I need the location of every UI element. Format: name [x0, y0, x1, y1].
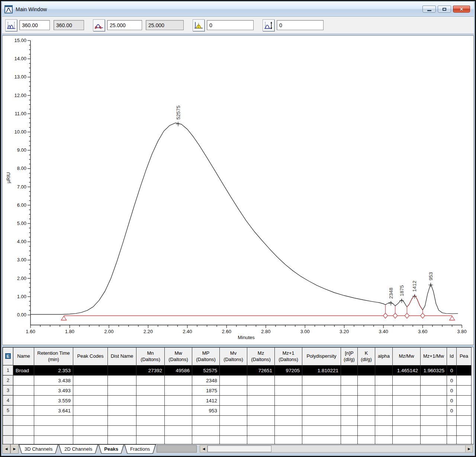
- table-cell[interactable]: [358, 386, 375, 396]
- table-cell[interactable]: [136, 386, 165, 396]
- table-cell[interactable]: [73, 406, 108, 416]
- scroll-right-icon[interactable]: ▶: [465, 445, 473, 452]
- close-button[interactable]: ✕: [453, 6, 470, 13]
- table-cell[interactable]: [457, 406, 472, 416]
- column-header[interactable]: Polydispersity: [302, 348, 341, 366]
- table-cell[interactable]: [421, 396, 447, 406]
- table-cell[interactable]: [447, 436, 457, 444]
- row-header[interactable]: 4: [3, 396, 13, 406]
- table-cell[interactable]: [108, 406, 136, 416]
- table-cell[interactable]: [247, 376, 275, 386]
- table-row[interactable]: 33.49318750: [3, 386, 472, 396]
- column-header[interactable]: Retention Time(min): [34, 348, 73, 366]
- peak-area-button[interactable]: [193, 19, 205, 31]
- table-cell[interactable]: [73, 366, 108, 376]
- table-cell[interactable]: [393, 436, 421, 444]
- table-cell[interactable]: [341, 386, 358, 396]
- table-cell[interactable]: [247, 386, 275, 396]
- table-row[interactable]: 43.55914120: [3, 396, 472, 406]
- row-header[interactable]: 1: [3, 366, 13, 376]
- peak-boundaries-button[interactable]: [93, 19, 105, 31]
- table-cell[interactable]: [13, 406, 34, 416]
- table-cell[interactable]: [136, 436, 165, 444]
- table-cell[interactable]: [108, 436, 136, 444]
- table-cell[interactable]: [393, 386, 421, 396]
- column-header[interactable]: alpha: [375, 348, 393, 366]
- table-cell[interactable]: [165, 406, 192, 416]
- table-cell[interactable]: 0: [447, 396, 457, 406]
- scroll-left-icon[interactable]: ◀: [200, 445, 208, 452]
- maximize-button[interactable]: [438, 6, 451, 13]
- table-cell[interactable]: [165, 416, 192, 426]
- table-cell[interactable]: [358, 436, 375, 444]
- table-cell[interactable]: [13, 376, 34, 386]
- table-cell[interactable]: [302, 386, 341, 396]
- table-cell[interactable]: [136, 376, 165, 386]
- table-cell[interactable]: [302, 436, 341, 444]
- table-cell[interactable]: [358, 376, 375, 386]
- table-corner-cell[interactable]: E: [3, 348, 13, 366]
- table-cell[interactable]: Broad: [13, 366, 34, 376]
- column-header[interactable]: Mz+1/Mw: [421, 348, 447, 366]
- table-cell[interactable]: [275, 416, 302, 426]
- table-cell[interactable]: 2348: [192, 376, 220, 386]
- chromatogram-plot[interactable]: 1.601.802.002.202.402.602.803.003.203.40…: [2, 35, 474, 345]
- table-cell[interactable]: 953: [192, 406, 220, 416]
- table-cell[interactable]: 0: [447, 376, 457, 386]
- peak-area-input[interactable]: [207, 20, 254, 30]
- table-cell[interactable]: [73, 416, 108, 426]
- table-cell[interactable]: [220, 416, 247, 426]
- table-cell[interactable]: [457, 416, 472, 426]
- column-header[interactable]: Mz(Daltons): [247, 348, 275, 366]
- table-cell[interactable]: [136, 416, 165, 426]
- table-cell[interactable]: [13, 416, 34, 426]
- table-cell[interactable]: [358, 406, 375, 416]
- row-header[interactable]: 3: [3, 386, 13, 396]
- table-cell[interactable]: [447, 416, 457, 426]
- table-cell[interactable]: [13, 386, 34, 396]
- table-cell[interactable]: [447, 426, 457, 436]
- table-cell[interactable]: [393, 396, 421, 406]
- table-cell[interactable]: [375, 376, 393, 386]
- table-cell[interactable]: [73, 396, 108, 406]
- table-cell[interactable]: [375, 366, 393, 376]
- tab-splitter[interactable]: [197, 444, 200, 454]
- table-cell[interactable]: 1412: [192, 396, 220, 406]
- table-cell[interactable]: 1.810221: [302, 366, 341, 376]
- table-cell[interactable]: [13, 426, 34, 436]
- table-row[interactable]: 1Broad2.35327392495865257572651972051.81…: [3, 366, 472, 376]
- table-cell[interactable]: [73, 426, 108, 436]
- table-cell[interactable]: [375, 436, 393, 444]
- table-cell[interactable]: [165, 426, 192, 436]
- column-header[interactable]: Mz+1(Daltons): [275, 348, 302, 366]
- column-header[interactable]: [n]P(dl/g): [341, 348, 358, 366]
- table-cell[interactable]: [247, 396, 275, 406]
- table-cell[interactable]: [13, 436, 34, 444]
- peak-boundary-readonly[interactable]: [146, 20, 184, 30]
- table-cell[interactable]: [247, 406, 275, 416]
- table-cell[interactable]: [108, 376, 136, 386]
- table-cell[interactable]: 97205: [275, 366, 302, 376]
- table-cell[interactable]: 2.353: [34, 366, 73, 376]
- tab-scroll-right-button[interactable]: ▶: [10, 444, 19, 454]
- table-row[interactable]: [3, 416, 472, 426]
- table-cell[interactable]: [275, 396, 302, 406]
- table-cell[interactable]: [421, 436, 447, 444]
- table-cell[interactable]: 3.438: [34, 376, 73, 386]
- table-cell[interactable]: [421, 386, 447, 396]
- column-header[interactable]: MP(Daltons): [192, 348, 220, 366]
- table-cell[interactable]: [220, 426, 247, 436]
- table-cell[interactable]: [421, 426, 447, 436]
- table-cell[interactable]: [275, 426, 302, 436]
- table-cell[interactable]: [302, 416, 341, 426]
- table-cell[interactable]: [341, 426, 358, 436]
- table-cell[interactable]: [358, 396, 375, 406]
- table-cell[interactable]: [220, 436, 247, 444]
- column-header[interactable]: Peak Codes: [73, 348, 108, 366]
- table-cell[interactable]: [457, 396, 472, 406]
- table-cell[interactable]: 0: [447, 366, 457, 376]
- tab-scroll-left-button[interactable]: ◀: [2, 444, 10, 454]
- table-cell[interactable]: [341, 406, 358, 416]
- tab-2d-channels[interactable]: 2D Channels: [58, 444, 98, 454]
- table-cell[interactable]: 1.960325: [421, 366, 447, 376]
